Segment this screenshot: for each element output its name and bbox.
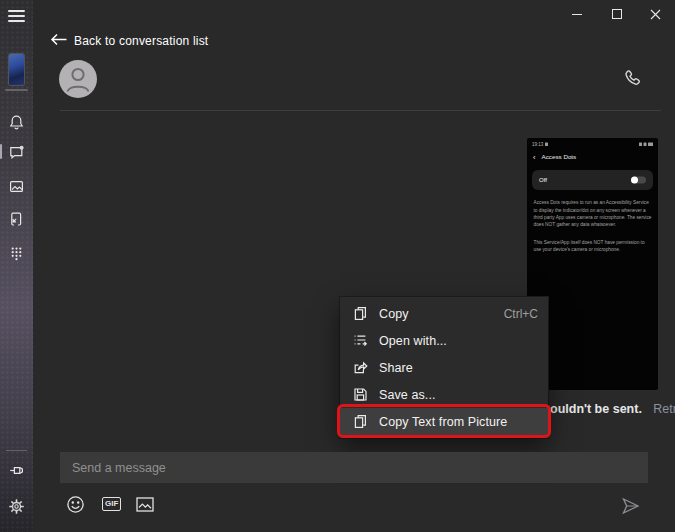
pin-icon[interactable] [8,462,25,479]
screenshot-paragraph-1: Access Dots requires to run as an Access… [534,199,652,228]
emoji-icon[interactable] [66,495,85,514]
retry-link[interactable]: Retry [653,402,675,416]
screenshot-signal-icon [639,142,642,146]
save-icon [352,386,369,403]
phone-name-caption [5,89,28,91]
image-attach-icon[interactable] [136,497,155,516]
settings-gear-icon[interactable] [8,498,25,515]
phone-screen-icon[interactable] [8,211,25,228]
screenshot-toggle-label: Off [539,177,547,184]
message-status-row: ouldn't be sent. Retry [550,402,675,416]
minimize-button[interactable] [566,6,588,22]
failed-message-text: ouldn't be sent. [550,402,642,416]
message-input[interactable] [60,452,648,483]
back-arrow-icon[interactable] [50,32,70,50]
phone-link-window: Back to conversation list 19:13 ‹ Access… [0,0,675,532]
dialpad-icon[interactable] [8,245,25,262]
share-icon [352,359,369,376]
screenshot-toggle-switch [631,177,646,184]
sidebar-divider [6,450,27,451]
screenshot-statusbar: 19:13 [527,138,658,148]
hamburger-menu-icon[interactable] [8,10,25,22]
gif-picker-button[interactable]: GIF [102,497,121,511]
call-phone-icon[interactable] [620,67,642,89]
sidebar [0,0,33,532]
screenshot-title: Access Dots [542,153,577,160]
screenshot-paragraph-2: This Service/App itself does NOT have pe… [534,238,652,253]
open-with-icon [352,332,369,349]
menu-item-save-as[interactable]: Save as... [340,381,548,408]
screenshot-header: ‹ Access Dots [527,148,658,165]
menu-item-share[interactable]: Share [340,354,548,381]
screenshot-back-chevron: ‹ [533,153,536,162]
context-menu: Copy Ctrl+C Open with... Share [340,297,548,438]
menu-item-open-with[interactable]: Open with... [340,327,548,354]
contact-avatar[interactable] [59,60,97,98]
photos-icon[interactable] [8,178,25,195]
back-to-conversation-label[interactable]: Back to conversation list [74,34,208,48]
notifications-bell-icon[interactable] [8,114,25,131]
messages-chat-icon[interactable] [8,144,25,161]
screenshot-notif-icon [545,142,548,146]
phone-wallpaper-thumbnail[interactable] [9,54,24,85]
menu-item-copy-text-from-picture[interactable]: Copy Text from Picture [340,408,548,435]
menu-item-copy[interactable]: Copy Ctrl+C [340,300,548,327]
close-button[interactable] [644,6,666,22]
maximize-button[interactable] [606,6,628,22]
header-divider [60,110,661,111]
send-message-icon[interactable] [620,495,642,517]
screenshot-time: 19:13 [532,142,543,147]
screenshot-off-card: Off [532,170,653,190]
selected-item-indicator [0,144,2,159]
screenshot-wifi-icon [644,142,647,146]
copy-icon [352,305,369,322]
copy-shortcut: Ctrl+C [504,307,538,321]
copy-text-icon [352,413,369,430]
screenshot-battery-icon [648,142,653,146]
